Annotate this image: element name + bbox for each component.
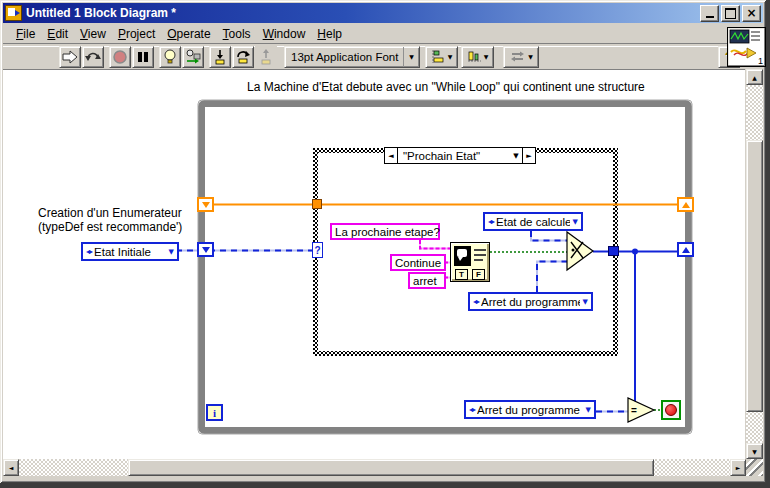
shift-register-right-orange[interactable]: [677, 197, 694, 212]
step-over-icon: [235, 49, 251, 65]
text-line-icon: [474, 254, 486, 256]
wire-string-question[interactable]: [420, 240, 450, 249]
case-dropdown-icon[interactable]: ▼: [510, 148, 522, 163]
scroll-left-button[interactable]: ◄: [3, 459, 19, 476]
abort-button[interactable]: [109, 46, 131, 68]
shift-register-right-blue[interactable]: [677, 242, 694, 257]
title-bar[interactable]: Untitled 1 Block Diagram * ×: [3, 3, 763, 23]
horizontal-scrollbar[interactable]: ◄ ►: [3, 459, 746, 476]
resize-grip[interactable]: [746, 459, 763, 476]
menu-project[interactable]: Project: [112, 26, 161, 42]
align-objects-dropdown[interactable]: ▼: [425, 46, 458, 68]
tunnel-blue-right[interactable]: [608, 246, 619, 256]
menu-view[interactable]: View: [74, 26, 112, 42]
step-into-icon: [213, 49, 227, 65]
string-continue[interactable]: Continue: [390, 254, 446, 271]
run-button[interactable]: [59, 46, 81, 68]
menu-help[interactable]: Help: [311, 26, 348, 42]
minimize-button[interactable]: [700, 5, 719, 22]
toolbar: 13pt Application Font ▼ ▼ ▼ ▼: [3, 45, 723, 68]
maximize-icon: [725, 8, 736, 19]
align-objects-icon: [431, 50, 446, 63]
scroll-up-button[interactable]: ▲: [746, 69, 763, 85]
comment-top[interactable]: La Machine d'Etat debute avec un "While …: [247, 80, 645, 94]
vertical-scroll-thumb[interactable]: [746, 140, 763, 412]
menu-window[interactable]: Window: [257, 26, 312, 42]
enum-etat-initiale[interactable]: ◂▸ Etat Initiale ▼: [81, 242, 179, 261]
scroll-down-button[interactable]: ▼: [746, 443, 763, 459]
menu-tools[interactable]: Tools: [217, 26, 257, 42]
enum-arret-du-programme-main[interactable]: ◂▸ Arret du programme ▼: [464, 400, 596, 419]
close-button[interactable]: ×: [742, 5, 761, 22]
labview-app-icon: [5, 5, 22, 21]
string-la-prochaine-etape[interactable]: La prochaine etape?: [330, 223, 440, 240]
highlight-execution-button[interactable]: [159, 46, 181, 68]
case-selector-terminal[interactable]: ?: [312, 242, 323, 258]
menu-edit[interactable]: Edit: [41, 26, 74, 42]
retain-wire-values-icon: [185, 49, 201, 65]
case-selector-header[interactable]: ◄ "Prochain Etat" ▼ ►: [384, 147, 536, 164]
abort-icon: [113, 50, 127, 64]
chevron-down-icon: ▼: [484, 53, 489, 60]
case-label: "Prochain Etat": [398, 148, 510, 163]
string-arret[interactable]: arret: [408, 272, 446, 289]
enum-label: Etat Initiale: [94, 246, 166, 258]
chevron-down-icon: ▼: [403, 47, 419, 67]
two-button-dialog-node[interactable]: T F: [450, 242, 490, 282]
run-continuous-button[interactable]: [82, 46, 104, 68]
step-over-button[interactable]: [232, 46, 254, 68]
pause-button[interactable]: [132, 46, 154, 68]
comment-left-line2[interactable]: (typeDef est recommande'): [38, 220, 182, 234]
window-title: Untitled 1 Block Diagram *: [26, 6, 698, 20]
enum-label: Etat de calcule: [496, 216, 570, 228]
block-diagram-canvas[interactable]: = La Machine d'Etat debute avec un "Whil…: [3, 69, 745, 459]
enum-arrows-icon: ◂▸: [488, 217, 494, 226]
dialog-true-terminal: T: [455, 269, 468, 280]
dialog-false-terminal: F: [472, 269, 485, 280]
chevron-down-icon[interactable]: ▼: [586, 406, 591, 414]
case-next-icon[interactable]: ►: [522, 148, 535, 163]
shift-register-left-orange[interactable]: [197, 197, 214, 212]
menu-operate[interactable]: Operate: [161, 26, 216, 42]
maximize-button[interactable]: [721, 5, 740, 22]
run-icon: [61, 50, 79, 64]
tunnel-orange-left[interactable]: [312, 199, 322, 209]
case-previous-icon[interactable]: ◄: [385, 148, 398, 163]
font-selector[interactable]: 13pt Application Font ▼: [284, 46, 420, 68]
shift-register-left-blue[interactable]: [197, 242, 214, 257]
distribute-objects-dropdown[interactable]: ▼: [461, 46, 494, 68]
wire-enum-stop-case[interactable]: [537, 262, 567, 293]
wire-junction-dot: [632, 249, 638, 255]
equal-function[interactable]: =: [628, 398, 654, 422]
reorder-dropdown[interactable]: ▼: [503, 46, 539, 68]
wire-enum-calc[interactable]: [531, 231, 567, 241]
scroll-right-button[interactable]: ►: [730, 459, 746, 476]
chevron-down-icon[interactable]: ▼: [583, 298, 588, 306]
distribute-objects-icon: [467, 50, 482, 63]
select-function[interactable]: [567, 232, 593, 270]
menu-file[interactable]: File: [10, 26, 41, 42]
step-into-button[interactable]: [209, 46, 231, 68]
horizontal-scroll-thumb[interactable]: [128, 459, 654, 476]
chevron-down-icon[interactable]: ▼: [573, 218, 578, 226]
font-selector-value: 13pt Application Font: [291, 51, 398, 63]
wiring-layer: =: [3, 70, 745, 459]
step-out-button[interactable]: [255, 46, 277, 68]
enum-etat-de-calcule[interactable]: ◂▸ Etat de calcule ▼: [483, 212, 583, 231]
arrow-up-icon: [682, 247, 690, 253]
enum-label: Arret du programme: [477, 404, 583, 416]
loop-condition-terminal[interactable]: [661, 400, 681, 420]
vertical-scrollbar[interactable]: ▲ ▼: [746, 69, 763, 459]
enum-label: Arret du programme: [481, 296, 580, 308]
arrow-up-icon: [682, 202, 690, 208]
chevron-down-icon[interactable]: ▼: [169, 248, 174, 256]
vi-icon-button[interactable]: 1: [727, 27, 766, 67]
enum-arrows-icon: ◂▸: [473, 297, 479, 306]
speech-bubble-icon: [457, 249, 467, 257]
run-continuous-icon: [85, 49, 101, 65]
comment-left-line1[interactable]: Creation d'un Enumerateur: [38, 206, 182, 220]
stop-sign-icon: [665, 404, 677, 416]
retain-wire-values-button[interactable]: [182, 46, 204, 68]
iteration-terminal[interactable]: i: [206, 404, 223, 421]
enum-arret-du-programme-case[interactable]: ◂▸ Arret du programme ▼: [468, 292, 593, 311]
